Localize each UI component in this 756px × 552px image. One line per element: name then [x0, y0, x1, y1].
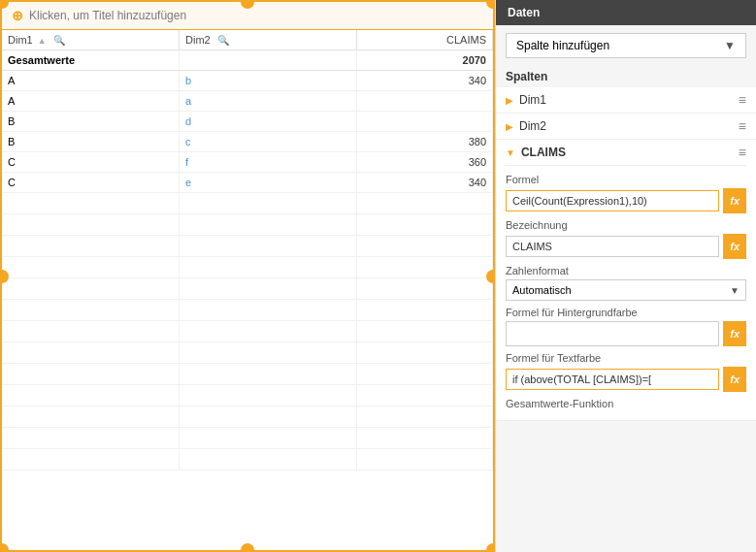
- cell-claims: [356, 112, 492, 132]
- cell-dim2[interactable]: c: [180, 132, 357, 152]
- spalten-section-label: Spalten: [496, 66, 756, 87]
- empty-row: [2, 300, 493, 321]
- chevron-right-icon-dim1: ▶: [506, 95, 513, 106]
- add-title-icon: ⊕: [12, 8, 23, 23]
- table-row: B d: [2, 112, 493, 132]
- search-icon-dim1[interactable]: 🔍: [53, 35, 65, 46]
- table-row: C f 360: [2, 152, 493, 173]
- bezeichnung-fx-button[interactable]: fx: [723, 234, 746, 259]
- empty-row: [2, 342, 493, 364]
- chevron-right-icon-dim2: ▶: [506, 121, 513, 132]
- cell-claims: 340: [356, 173, 492, 193]
- formel-input[interactable]: [506, 190, 719, 211]
- menu-icon-claims[interactable]: ≡: [739, 145, 746, 160]
- empty-row: [2, 321, 493, 342]
- cell-dim2[interactable]: d: [180, 112, 357, 132]
- col-label-dim2: Dim2: [519, 119, 739, 133]
- col-label-claims: CLAIMS: [521, 146, 739, 159]
- menu-icon-dim1[interactable]: ≡: [739, 92, 746, 108]
- col-header-claims[interactable]: CLAIMS: [356, 30, 492, 50]
- formel-fx-button[interactable]: fx: [723, 188, 746, 213]
- hintergrundfarbe-field-row: fx: [506, 321, 746, 346]
- resize-handle-mr[interactable]: [486, 270, 495, 283]
- cell-dim1: A: [2, 71, 180, 91]
- cell-dim2[interactable]: a: [180, 91, 357, 112]
- empty-row: [2, 257, 493, 278]
- resize-handle-br[interactable]: [486, 543, 495, 552]
- table-row: B c 380: [2, 132, 493, 152]
- cell-dim1: B: [2, 112, 180, 132]
- empty-row: [2, 385, 493, 406]
- dropdown-arrow-icon: ▼: [724, 39, 736, 52]
- hintergrundfarbe-label: Formel für Hintergrundfarbe: [506, 307, 746, 318]
- cell-dim1: B: [2, 132, 180, 152]
- col-header-dim2[interactable]: Dim2 🔍: [180, 30, 357, 50]
- cell-dim1: A: [2, 91, 180, 112]
- empty-row: [2, 278, 493, 300]
- chevron-down-icon-claims: ▼: [506, 147, 515, 158]
- zahlenformat-label: Zahlenformat: [506, 265, 746, 276]
- bezeichnung-input[interactable]: [506, 236, 719, 257]
- table-row: A b 340: [2, 71, 493, 91]
- cell-claims: 360: [356, 152, 492, 173]
- claims-section: ▼ CLAIMS ≡ Formel fx Bezeichnung fx Zahl…: [496, 140, 756, 421]
- textfarbe-fx-button[interactable]: fx: [723, 367, 746, 392]
- empty-row: [2, 193, 493, 214]
- cell-claims: 340: [356, 71, 492, 91]
- claims-header[interactable]: ▼ CLAIMS ≡: [506, 140, 746, 166]
- bezeichnung-label: Bezeichnung: [506, 219, 746, 231]
- cell-dim2[interactable]: e: [180, 173, 357, 193]
- right-panel: Daten Spalte hinzufügen ▼ Spalten ▶ Dim1…: [495, 0, 756, 552]
- cell-dim1: C: [2, 152, 180, 173]
- sort-arrow-dim1: ▲: [38, 36, 47, 46]
- textfarbe-field-row: fx: [506, 367, 746, 392]
- panel-title: Daten: [508, 6, 540, 19]
- formel-field-row: fx: [506, 188, 746, 213]
- bezeichnung-field-row: fx: [506, 234, 746, 259]
- cell-dim2[interactable]: f: [180, 152, 357, 173]
- cell-claims: 380: [356, 132, 492, 152]
- empty-row: [2, 214, 493, 236]
- empty-row: [2, 364, 493, 385]
- data-table: Dim1 ▲ 🔍 Dim2 🔍 CLAIMS Gesamtwerte 2070: [2, 30, 493, 471]
- sidebar-item-dim1[interactable]: ▶ Dim1 ≡: [496, 87, 756, 114]
- zahlenformat-select[interactable]: Automatisch: [512, 284, 730, 296]
- add-col-label: Spalte hinzufügen: [516, 39, 609, 52]
- resize-handle-bm[interactable]: [241, 543, 254, 552]
- hintergrundfarbe-fx-button[interactable]: fx: [723, 321, 746, 346]
- empty-row: [2, 449, 493, 471]
- zahlenformat-select-row[interactable]: Automatisch ▼: [506, 279, 746, 301]
- hintergrundfarbe-input[interactable]: [506, 321, 719, 346]
- formel-label: Formel: [506, 174, 746, 185]
- cell-dim2[interactable]: b: [180, 71, 357, 91]
- empty-row: [2, 236, 493, 257]
- total-row: Gesamtwerte 2070: [2, 50, 493, 71]
- sidebar-item-dim2[interactable]: ▶ Dim2 ≡: [496, 114, 756, 140]
- table-panel: ⊕ Klicken, um Titel hinzuzufügen Dim1 ▲ …: [0, 0, 495, 552]
- col-label-dim1: Dim1: [519, 93, 739, 107]
- add-title-text: Klicken, um Titel hinzuzufügen: [29, 9, 186, 22]
- panel-header: Daten: [496, 0, 756, 25]
- total-claims: 2070: [356, 50, 492, 71]
- gesamtwerte-label: Gesamtwerte-Funktion: [506, 398, 746, 409]
- cell-dim1: C: [2, 173, 180, 193]
- resize-handle-bl[interactable]: [0, 543, 9, 552]
- textfarbe-input[interactable]: [506, 369, 719, 390]
- add-column-button[interactable]: Spalte hinzufügen ▼: [506, 33, 746, 58]
- cell-claims: [356, 91, 492, 112]
- textfarbe-label: Formel für Textfarbe: [506, 352, 746, 364]
- total-label: Gesamtwerte: [2, 50, 180, 71]
- empty-row: [2, 428, 493, 449]
- col-header-dim1[interactable]: Dim1 ▲ 🔍: [2, 30, 180, 50]
- table-row: A a: [2, 91, 493, 112]
- select-arrow-icon: ▼: [730, 285, 740, 296]
- search-icon-dim2[interactable]: 🔍: [217, 35, 229, 46]
- table-row: C e 340: [2, 173, 493, 193]
- empty-row: [2, 406, 493, 428]
- menu-icon-dim2[interactable]: ≡: [739, 118, 746, 134]
- total-dim2: [180, 50, 357, 71]
